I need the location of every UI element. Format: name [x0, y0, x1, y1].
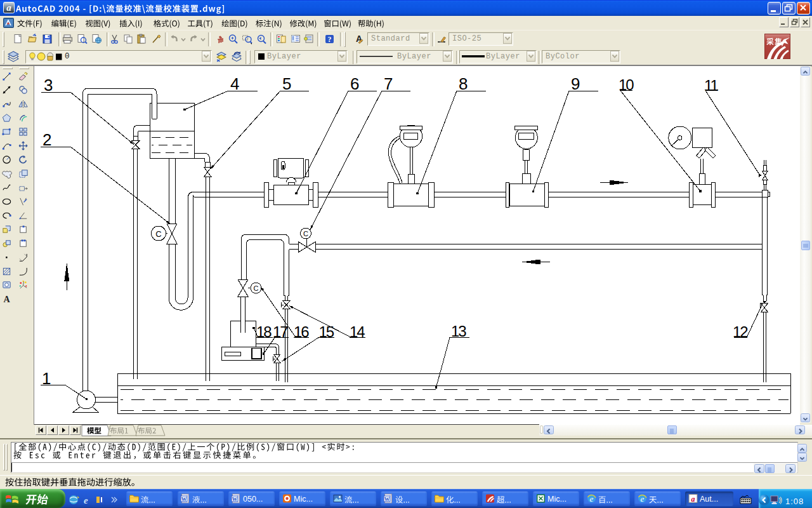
svg-text:8: 8 [459, 74, 468, 93]
svg-text:a: a [6, 3, 11, 13]
svg-text:C: C [155, 229, 161, 239]
svg-text:C: C [303, 230, 308, 237]
svg-text:12: 12 [733, 323, 748, 340]
svg-text:7: 7 [384, 74, 393, 93]
svg-text:3: 3 [44, 76, 53, 95]
svg-text:17: 17 [273, 323, 288, 340]
svg-text:18: 18 [256, 323, 272, 340]
svg-text:e: e [84, 495, 88, 505]
svg-text:6: 6 [350, 74, 359, 93]
svg-text:A: A [3, 295, 10, 305]
svg-text:2: 2 [43, 130, 51, 149]
svg-text:14: 14 [350, 323, 365, 340]
svg-text:11: 11 [704, 77, 719, 94]
svg-text:W: W [384, 496, 390, 502]
svg-text:13: 13 [451, 323, 466, 340]
svg-text:15: 15 [319, 323, 334, 340]
svg-text:a: a [691, 495, 695, 504]
svg-text:5: 5 [282, 74, 291, 93]
svg-text:9: 9 [571, 74, 580, 93]
svg-text:W: W [232, 496, 238, 502]
svg-text:C: C [254, 284, 259, 292]
svg-text:?: ? [328, 35, 332, 44]
svg-text:1: 1 [42, 369, 51, 388]
svg-text:16: 16 [294, 323, 309, 340]
svg-text:4: 4 [230, 74, 239, 93]
svg-text:10: 10 [619, 76, 634, 93]
svg-text:W: W [181, 496, 187, 502]
